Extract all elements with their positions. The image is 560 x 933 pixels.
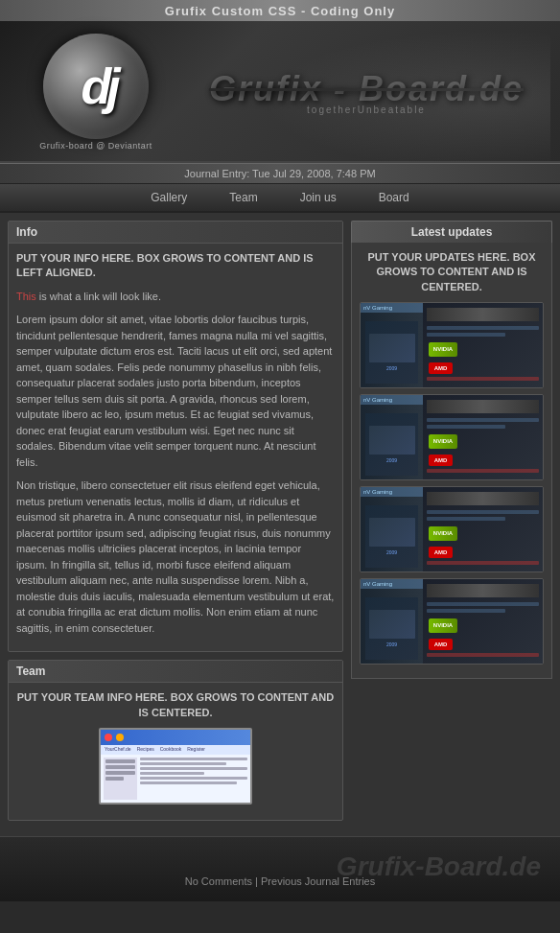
thumb-line [427,326,539,330]
thumb-logo-bar [427,308,539,321]
footer-links: No Comments | Previous Journal Entries [10,866,550,892]
thumbnail-1[interactable]: nV Gaming 2009 NVIDIA AMD [360,302,544,388]
brand-sub: togetherUnbeatable [307,105,426,115]
info-content: PUT YOUR INFO HERE. BOX GROWS TO CONTENT… [9,244,342,651]
thumb-sub: 2009 [386,365,397,371]
logo-sub: Grufix-board @ Deviantart [39,141,152,151]
team-ss-sidebar [104,758,137,800]
header: Grufix Custom CSS - Coding Only dj Grufi… [0,0,560,163]
info-header: Info [9,222,342,244]
nvidia-logo-4: NVIDIA [429,618,457,633]
thumb-line [427,609,505,613]
team-ss-content [101,755,250,803]
info-para2: Non tristique, libero consectetuer elit … [16,478,335,636]
team-section: Team PUT YOUR TEAM INFO HERE. BOX GROWS … [8,660,343,821]
sidebar-line [105,771,135,775]
main-line [140,781,237,784]
thumb-label-text-2: nV Gaming [363,397,392,403]
header-content: dj Grufix-board @ Deviantart Grufix - Bo… [0,21,560,163]
amd-logo-3: AMD [429,547,453,558]
thumb-top-label-4: nV Gaming [361,579,423,589]
thumb-left-2: nV Gaming 2009 [361,395,423,479]
nav-bar: Gallery Team Join us Board [0,184,560,213]
thumb-logo-bar-4 [427,584,539,597]
thumb-line [427,333,505,337]
nav-item-3: Cookbook [160,746,182,754]
thumb-right-4: NVIDIA AMD [423,579,543,664]
thumb-line-red-2 [427,469,539,473]
logo-circle: dj [43,34,149,139]
logo-letters: dj [76,61,115,111]
sidebar-line [105,759,135,763]
sidebar-line [105,765,135,769]
thumb-image-4: 2009 [365,597,418,660]
updates-header: Latest updates [351,221,552,243]
logo-left: dj Grufix-board @ Deviantart [10,30,182,154]
info-link[interactable]: This [16,291,36,302]
thumb-img-area-4 [369,610,415,639]
columns: Info PUT YOUR INFO HERE. BOX GROWS TO CO… [0,213,560,836]
thumb-line-red-4 [427,653,539,657]
thumb-sub-2: 2009 [386,457,397,463]
thumb-img-area [369,334,415,362]
thumb-sub-3: 2009 [386,549,397,555]
thumb-top-label-1: nV Gaming [361,303,423,313]
close-dot [105,734,112,741]
nav-gallery[interactable]: Gallery [130,186,207,209]
thumb-top-label-3: nV Gaming [361,487,423,497]
thumb-image-1: 2009 [365,321,418,384]
nav-item-2: Recipes [137,746,154,754]
min-dot [116,734,124,741]
thumb-line [427,425,505,429]
main-line [140,767,247,770]
nvidia-logo-3: NVIDIA [429,526,457,541]
header-title: Grufix Custom CSS - Coding Only [165,4,395,18]
nav-team[interactable]: Team [209,186,277,209]
thumb-right-1: NVIDIA AMD [423,303,543,387]
thumb-img-area-2 [369,426,415,455]
info-link-line: This is what a link will look like. [16,289,335,305]
journal-text: Journal Entry: Tue Jul 29, 2008, 7:48 PM [184,168,375,179]
thumb-label-text-3: nV Gaming [363,489,392,495]
updates-main-text: PUT YOUR UPDATES HERE. BOX GROWS TO CONT… [360,250,544,294]
nvidia-logo: NVIDIA [429,342,457,357]
amd-logo-4: AMD [429,639,453,650]
info-section: Info PUT YOUR INFO HERE. BOX GROWS TO CO… [8,221,343,652]
header-title-bar: Grufix Custom CSS - Coding Only [0,0,560,21]
updates-box: PUT YOUR UPDATES HERE. BOX GROWS TO CONT… [351,243,552,679]
thumb-right-3: NVIDIA AMD [423,487,543,571]
main-line [140,772,204,775]
nav-item-1: YourChef.de [105,746,131,754]
main-line [140,758,247,760]
team-ss-header [101,730,250,745]
thumb-image-2: 2009 [365,413,418,476]
footer: Grufix-Board.de No Comments | Previous J… [0,836,560,901]
thumb-left-1: nV Gaming 2009 [361,303,423,387]
thumb-img-area-3 [369,518,415,547]
thumb-line [427,517,505,521]
brand-text: Grufix - Board.de [209,69,524,109]
info-para1: Lorem ipsum dolor sit amet, vitae lobort… [16,312,335,470]
thumbnail-2[interactable]: nV Gaming 2009 NVIDIA AMD [360,394,544,480]
nav-join-us[interactable]: Join us [280,186,357,209]
amd-logo: AMD [429,362,453,374]
nvidia-logo-2: NVIDIA [429,434,457,449]
thumb-right-2: NVIDIA AMD [423,395,543,479]
thumb-image-3: 2009 [365,505,418,568]
main-line [140,762,226,765]
nav-board[interactable]: Board [359,186,430,209]
team-content: PUT YOUR TEAM INFO HERE. BOX GROWS TO CO… [9,683,342,820]
main-line [140,777,247,780]
thumb-left-3: nV Gaming 2009 [361,487,423,571]
thumb-line [427,602,539,606]
info-main-text: PUT YOUR INFO HERE. BOX GROWS TO CONTENT… [16,251,335,281]
thumbnail-3[interactable]: nV Gaming 2009 NVIDIA AMD [360,486,544,572]
left-column: Info PUT YOUR INFO HERE. BOX GROWS TO CO… [8,221,343,828]
thumb-left-4: nV Gaming 2009 [361,579,423,664]
thumbnail-4[interactable]: nV Gaming 2009 NVIDIA AMD [360,578,544,665]
team-screenshot-inner: YourChef.de Recipes Cookbook Register [101,730,250,803]
team-ss-nav: YourChef.de Recipes Cookbook Register [101,745,250,755]
right-column: Latest updates PUT YOUR UPDATES HERE. BO… [351,221,552,828]
amd-logo-2: AMD [429,455,453,466]
nav-item-4: Register [187,746,205,754]
